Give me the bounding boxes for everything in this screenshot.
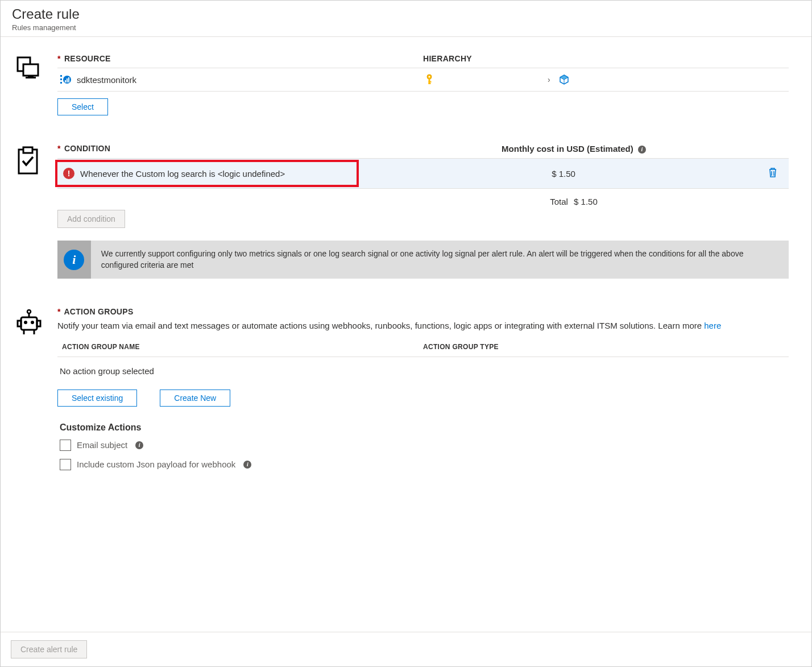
info-icon[interactable]: i [638, 146, 646, 154]
resource-group-icon [558, 74, 570, 85]
svg-rect-14 [429, 81, 432, 82]
monthly-cost-header: Monthly cost in USD (Estimated) [502, 144, 633, 154]
footer-bar: Create alert rule [1, 632, 811, 666]
action-groups-label: * ACTION GROUPS [57, 307, 134, 316]
delete-condition-button[interactable] [768, 167, 777, 180]
resource-name: sdktestmonitork [77, 75, 136, 85]
action-groups-section-icon [12, 307, 57, 478]
select-resource-button[interactable]: Select [57, 98, 108, 115]
action-group-name-header: ACTION GROUP NAME [62, 343, 423, 351]
condition-cost: $ 1.50 [359, 169, 768, 179]
svg-point-21 [24, 321, 27, 324]
hierarchy-label: HIERARCHY [423, 54, 472, 63]
info-banner-text: We currently support configuring only tw… [91, 241, 789, 279]
required-indicator: * [57, 307, 61, 316]
resource-label: * RESOURCE [57, 54, 111, 63]
json-payload-checkbox[interactable] [60, 459, 71, 470]
add-condition-button: Add condition [57, 210, 125, 228]
resource-section: * RESOURCE HIERARCHY [12, 54, 800, 115]
condition-section-icon [12, 144, 57, 279]
svg-rect-5 [60, 78, 62, 80]
log-analytics-icon [60, 74, 71, 85]
info-icon: i [64, 250, 84, 270]
svg-rect-3 [26, 77, 36, 78]
key-icon [425, 74, 434, 85]
monitor-icon [15, 56, 40, 81]
resource-section-icon [12, 54, 57, 115]
alert-icon: ! [63, 168, 74, 179]
email-subject-checkbox[interactable] [60, 440, 71, 451]
svg-rect-24 [37, 321, 40, 326]
create-new-button[interactable]: Create New [160, 390, 230, 407]
create-alert-rule-button: Create alert rule [11, 640, 87, 658]
action-groups-section: * ACTION GROUPS Notify your team via ema… [12, 307, 800, 478]
chevron-right-icon: › [548, 75, 550, 84]
clipboard-check-icon [15, 146, 40, 176]
select-existing-button[interactable]: Select existing [57, 390, 137, 407]
total-value: $ 1.50 [574, 197, 598, 206]
total-label: Total [550, 197, 568, 206]
page-header: Create rule Rules management [1, 1, 811, 37]
svg-rect-15 [429, 83, 431, 84]
svg-point-20 [27, 310, 31, 313]
svg-rect-18 [21, 317, 37, 330]
json-payload-label: Include custom Json payload for webhook [77, 459, 235, 469]
condition-label: * CONDITION [57, 144, 110, 153]
action-groups-description: Notify your team via email and text mess… [57, 320, 789, 333]
condition-item-row[interactable]: ! Whenever the Custom log search is <log… [57, 159, 789, 189]
page-subtitle: Rules management [12, 23, 800, 32]
condition-info-banner: i We currently support configuring only … [57, 241, 789, 279]
svg-rect-4 [60, 75, 62, 77]
condition-section: * CONDITION Monthly cost in USD (Estimat… [12, 144, 800, 279]
customize-actions-title: Customize Actions [60, 422, 789, 433]
info-icon[interactable]: i [135, 441, 143, 449]
svg-rect-17 [23, 147, 32, 153]
svg-rect-8 [65, 80, 66, 82]
required-indicator: * [57, 144, 61, 153]
svg-rect-9 [67, 78, 68, 82]
action-group-type-header: ACTION GROUP TYPE [423, 343, 784, 351]
svg-rect-10 [68, 77, 69, 82]
condition-text: Whenever the Custom log search is <logic… [80, 169, 285, 179]
svg-rect-2 [28, 76, 34, 77]
learn-more-link[interactable]: here [704, 321, 721, 330]
resource-row[interactable]: sdktestmonitork › [57, 68, 789, 92]
svg-rect-6 [60, 82, 62, 84]
page-title: Create rule [12, 6, 800, 22]
svg-point-22 [31, 321, 34, 324]
robot-icon [15, 309, 43, 337]
required-indicator: * [57, 54, 61, 63]
svg-rect-23 [18, 321, 21, 326]
svg-point-12 [429, 76, 430, 78]
info-icon[interactable]: i [243, 461, 251, 469]
condition-highlight: ! Whenever the Custom log search is <log… [55, 160, 359, 187]
svg-rect-1 [23, 64, 38, 76]
action-group-empty: No action group selected [57, 357, 789, 385]
email-subject-label: Email subject [77, 440, 127, 450]
